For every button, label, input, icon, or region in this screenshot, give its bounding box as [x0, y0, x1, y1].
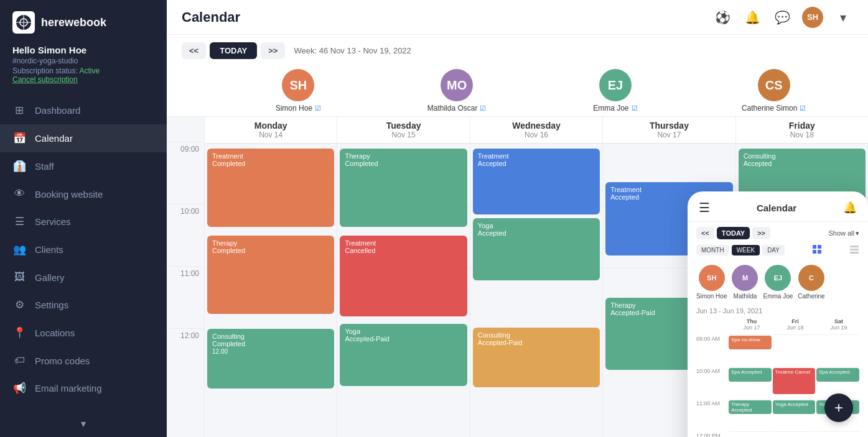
mob-hour-cell: [773, 334, 816, 367]
staff-name-catherine: Catherine Simon ☑: [742, 104, 806, 113]
main-fab-button[interactable]: +: [824, 393, 853, 422]
sidebar-item-promo[interactable]: 🏷 Promo codes: [0, 347, 167, 374]
sidebar-item-label: Promo codes: [35, 356, 90, 366]
mobile-time-column: 09:00 AM 10:00 AM 11:00 AM 12:00 PM: [696, 334, 729, 437]
day-date-wednesday: Nov 16: [470, 131, 602, 139]
day-body-tuesday: TherapyCompleted TreatmentCancelled Yoga…: [337, 144, 469, 392]
user-avatar[interactable]: SH: [802, 7, 823, 28]
mobile-nav: << TODAY >> Show all ▾: [688, 222, 868, 244]
mobile-week-btn[interactable]: WEEK: [732, 245, 760, 255]
sidebar-item-clients[interactable]: 👥 Clients: [0, 236, 167, 264]
sidebar-item-services[interactable]: ☰ Services: [0, 208, 167, 236]
staff-col-simon: SH Simon Hoe ☑: [219, 69, 378, 116]
event-therapy-completed-mon[interactable]: TherapyCompleted: [207, 236, 334, 314]
mobile-staff-name: Simon Hoe: [696, 293, 727, 300]
event-treatment-completed-mon[interactable]: TreatmentCompleted: [207, 149, 334, 227]
mobile-grid-day-fri: FriJun 18: [775, 317, 816, 332]
messages-icon[interactable]: 💬: [772, 7, 792, 27]
svg-rect-9: [850, 249, 859, 251]
svg-rect-4: [813, 245, 816, 249]
calendar-toolbar: << TODAY >> Week: 46 Nov 13 - Nov 19, 20…: [167, 35, 868, 117]
staff-name-simon: Simon Hoe ☑: [276, 104, 321, 113]
services-icon: ☰: [12, 215, 26, 228]
sidebar-item-label: Staff: [35, 161, 54, 172]
sidebar: herewebook Hello Simon Hoe #nordic-yoga-…: [0, 0, 167, 437]
day-name-monday: Monday: [205, 121, 337, 131]
mobile-staff-simon: SH Simon Hoe: [696, 265, 727, 300]
day-name-thursday: Thursday: [603, 121, 735, 131]
mobile-event-therapy-accepted[interactable]: Therapy Accepted: [729, 400, 772, 414]
sidebar-item-label: Email marketing: [35, 383, 102, 393]
mobile-event-spa-noshow[interactable]: Spa no-show: [729, 336, 772, 349]
event-consulting-completed-mon[interactable]: ConsultingCompleted12.00: [207, 329, 334, 389]
mobile-menu-icon[interactable]: ☰: [699, 200, 710, 215]
header-actions: ⚽ 🔔 💬 SH ▾: [712, 7, 853, 28]
mobile-day-fri: Treatme Cancel Yoga Accepted: [773, 334, 816, 437]
mobile-list-icon[interactable]: [849, 244, 859, 256]
sidebar-item-booking[interactable]: 👁 Booking website: [0, 180, 167, 208]
user-greeting: Hello Simon Hoe: [12, 45, 154, 55]
event-yoga-accepted-wed[interactable]: YogaAccepted: [473, 218, 600, 280]
day-col-wednesday: Wednesday Nov 16 TreatmentAccepted YogaA…: [470, 117, 602, 437]
staff-check-simon: ☑: [315, 104, 321, 113]
sidebar-item-settings[interactable]: ⚙ Settings: [0, 291, 167, 319]
staff-icon: 👔: [12, 160, 26, 173]
header: Calendar ⚽ 🔔 💬 SH ▾: [167, 0, 868, 35]
mobile-staff-name: Catherine: [798, 293, 824, 300]
user-subscription: Subscription status: Active Cancel subsc…: [12, 67, 154, 84]
mobile-prev-btn[interactable]: <<: [696, 227, 714, 239]
mobile-event-yoga-accepted-fri[interactable]: Yoga Accepted: [773, 400, 816, 414]
gallery-icon: 🖼: [12, 271, 26, 283]
mobile-grid-icon[interactable]: [812, 244, 822, 256]
mobile-next-btn[interactable]: >>: [752, 227, 770, 239]
sidebar-item-locations[interactable]: 📍 Locations: [0, 319, 167, 347]
mobile-event-treatme-cancel[interactable]: Treatme Cancel: [773, 368, 816, 394]
day-col-tuesday: Tuesday Nov 15 TherapyCompleted Treatmen…: [337, 117, 469, 437]
next-week-button[interactable]: >>: [261, 42, 285, 59]
mobile-staff-mathilda: M Mathilda: [732, 265, 758, 300]
sidebar-item-label: Locations: [35, 328, 75, 338]
sidebar-item-dashboard[interactable]: ⊞ Dashboard: [0, 96, 167, 124]
sidebar-item-gallery[interactable]: 🖼 Gallery: [0, 264, 167, 291]
user-studio: #nordic-yoga-studio: [12, 57, 154, 65]
logo-icon: [12, 11, 35, 34]
prev-week-button[interactable]: <<: [182, 42, 206, 59]
mobile-show-all[interactable]: Show all ▾: [828, 229, 859, 237]
mobile-month-btn[interactable]: MONTH: [696, 245, 729, 255]
event-treatment-cancelled-tue[interactable]: TreatmentCancelled: [340, 236, 467, 316]
mobile-today-btn[interactable]: TODAY: [717, 227, 750, 239]
cancel-subscription-link[interactable]: Cancel subscription: [12, 75, 78, 84]
logo-area: herewebook: [0, 0, 167, 40]
event-therapy-completed-tue[interactable]: TherapyCompleted: [340, 149, 467, 227]
chevron-down-icon[interactable]: ▾: [833, 7, 853, 27]
subscription-status: Active: [79, 67, 100, 75]
sidebar-item-calendar[interactable]: 📅 Calendar: [0, 124, 167, 152]
soccer-ball-icon[interactable]: ⚽: [712, 7, 732, 27]
mobile-header: ☰ Calendar 🔔: [688, 191, 868, 222]
event-consulting-paid-wed[interactable]: ConsultingAccepted-Paid: [473, 328, 600, 387]
mobile-day-btn[interactable]: DAY: [762, 245, 785, 255]
sidebar-item-label: Calendar: [35, 133, 73, 144]
staff-avatar-mathilda: MO: [441, 69, 473, 101]
mobile-bell-icon[interactable]: 🔔: [843, 201, 857, 214]
mobile-event-spa-accepted[interactable]: Spa Accepted: [729, 368, 772, 382]
day-body-monday: TreatmentCompleted TherapyCompleted Cons…: [205, 144, 337, 392]
staff-avatar-catherine: CS: [758, 69, 790, 101]
day-header-tuesday: Tuesday Nov 15: [337, 117, 469, 144]
today-button[interactable]: TODAY: [210, 42, 257, 59]
calendar-nav: << TODAY >> Week: 46 Nov 13 - Nov 19, 20…: [182, 42, 853, 59]
sidebar-expand-btn[interactable]: ▾: [0, 410, 167, 437]
event-treatment-accepted-wed[interactable]: TreatmentAccepted: [473, 149, 600, 214]
mobile-event-spa-accepted-sat[interactable]: Spa Accepted: [816, 368, 859, 382]
event-yoga-paid-tue[interactable]: YogaAccepted-Paid: [340, 324, 467, 386]
clients-icon: 👥: [12, 243, 26, 256]
notifications-icon[interactable]: 🔔: [742, 7, 762, 27]
mob-hour-cell: [773, 431, 816, 437]
user-info: Hello Simon Hoe #nordic-yoga-studio Subs…: [0, 40, 167, 94]
sidebar-item-email[interactable]: 📢 Email marketing: [0, 374, 167, 402]
calendar-grid-container: ⚙ 09:00 10:00 11:00 12:00 Monday: [167, 117, 868, 437]
mob-hour-cell: [729, 431, 772, 437]
staff-name-mathilda: Mathilda Oscar ☑: [427, 104, 487, 113]
sidebar-item-staff[interactable]: 👔 Staff: [0, 152, 167, 180]
day-header-friday: Friday Nov 18: [736, 117, 868, 144]
